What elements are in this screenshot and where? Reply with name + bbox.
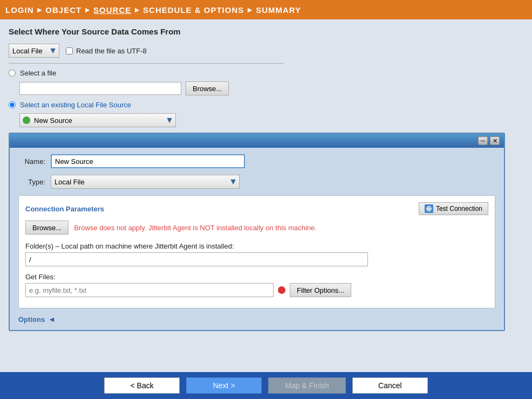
connection-parameters-panel: Connection Parameters Test Connec [18,195,495,308]
folder-input[interactable] [25,252,368,266]
bottom-bar: < Back Next > Map & Finish Cancel [0,372,532,399]
get-files-section: Get Files: Filter Options... [25,273,488,297]
options-section[interactable]: Options ◄ [18,315,495,324]
get-files-label: Get Files: [25,273,488,281]
test-connection-button[interactable]: Test Connection [419,202,488,215]
file-input-row: Browse... [19,81,523,95]
select-file-label: Select a file [20,69,56,77]
source-type-select[interactable]: Local File FTP HTTP Database Salesforce [9,44,59,58]
select-existing-label: Select an existing Local File Source [20,101,131,109]
browse-message: Browse does not apply. Jitterbit Agent i… [74,224,317,232]
name-input[interactable] [51,154,245,168]
red-indicator-icon [278,286,285,294]
select-existing-radio[interactable] [9,101,16,108]
get-files-row: Filter Options... [25,283,488,297]
select-file-section: Select a file Browse... [9,69,523,95]
browse-button[interactable]: Browse... [25,221,69,235]
type-select[interactable]: Local File FTP HTTP Database [51,175,240,189]
modal-controls: ─ ✕ [478,136,500,145]
modal-minimize-button[interactable]: ─ [478,136,488,145]
cancel-button[interactable]: Cancel [352,377,428,394]
browse-file-button[interactable]: Browse... [186,81,229,95]
divider [9,63,284,64]
get-files-input[interactable] [25,283,274,297]
main-content: Select Where Your Source Data Comes From… [0,19,532,372]
nav-arrow-2: ► [84,5,91,14]
nav-object[interactable]: OBJECT [45,5,81,15]
select-file-radio-row: Select a file [9,69,523,77]
source-type-wrapper: Local File FTP HTTP Database Salesforce … [9,44,59,58]
nav-arrow-4: ► [246,5,254,14]
next-button[interactable]: Next > [186,377,262,394]
nav-source[interactable]: SOURCE [93,5,131,15]
nav-arrow-3: ► [133,5,141,14]
nav-summary[interactable]: SUMMARY [256,5,301,15]
modal-titlebar: ─ ✕ [10,134,504,148]
source-type-row: Local File FTP HTTP Database Salesforce … [9,44,523,58]
options-arrow-icon: ◄ [48,315,56,324]
utf8-label[interactable]: Read the file as UTF-8 [66,47,147,55]
existing-source-select-wrapper: New Source ▼ [19,113,176,127]
file-path-input[interactable] [19,82,181,95]
existing-source-select[interactable]: New Source [19,113,176,127]
back-button[interactable]: < Back [104,377,180,394]
select-file-radio[interactable] [9,70,16,77]
browse-row: Browse... Browse does not apply. Jitterb… [25,221,488,235]
nav-arrow-1: ► [36,5,44,14]
existing-source-section: Select an existing Local File Source New… [9,101,523,127]
utf8-checkbox[interactable] [66,47,73,54]
folder-label: Folder(s) – Local path on machine where … [25,242,488,250]
conn-params-header: Connection Parameters Test Connec [25,202,488,215]
modal-dialog: ─ ✕ Name: Type: [9,133,505,331]
modal-body: Name: Type: Local File FTP HTTP Database… [10,148,504,330]
page-title: Select Where Your Source Data Comes From [9,27,523,36]
type-form-row: Type: Local File FTP HTTP Database ▼ [18,175,495,189]
modal-backdrop: ─ ✕ Name: Type: [9,133,523,331]
name-form-row: Name: [18,154,495,168]
test-conn-icon [425,204,433,213]
filter-options-button[interactable]: Filter Options... [290,283,351,297]
nav-schedule-options[interactable]: SCHEDULE & OPTIONS [143,5,244,15]
folder-section: Folder(s) – Local path on machine where … [25,242,488,266]
name-label: Name: [18,157,45,166]
options-title: Options [18,315,45,324]
conn-params-title: Connection Parameters [25,205,104,213]
existing-source-radio-row: Select an existing Local File Source [9,101,523,109]
type-select-wrapper: Local File FTP HTTP Database ▼ [51,175,240,189]
type-label: Type: [18,178,45,186]
nav-login[interactable]: LOGIN [5,5,34,15]
map-finish-button[interactable]: Map & Finish [268,377,346,394]
modal-close-button[interactable]: ✕ [490,136,500,145]
top-navigation: LOGIN ► OBJECT ► SOURCE ► SCHEDULE & OPT… [0,0,532,19]
